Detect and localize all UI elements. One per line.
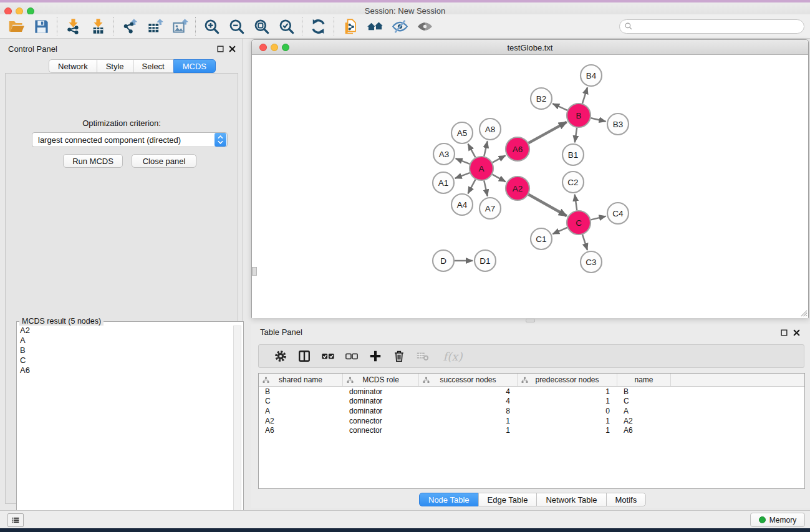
- graph-node-A4[interactable]: A4: [451, 194, 473, 215]
- splitter-grip[interactable]: [526, 319, 535, 322]
- graph-node-B3[interactable]: B3: [607, 114, 629, 135]
- zoom-in-button[interactable]: [199, 16, 224, 37]
- graph-edge-C-C2[interactable]: [575, 195, 577, 210]
- float-panel-icon[interactable]: [216, 45, 224, 53]
- optimization-criterion-select[interactable]: largest connected component (directed): [32, 132, 228, 147]
- graph-node-D[interactable]: D: [433, 250, 454, 271]
- select-all-columns-button[interactable]: [316, 346, 340, 366]
- graph-edge-B-B1[interactable]: [575, 128, 577, 142]
- table-row[interactable]: Adominator80A: [259, 406, 804, 416]
- unselect-all-columns-button[interactable]: [340, 346, 364, 366]
- graph-node-B2[interactable]: B2: [531, 88, 552, 109]
- create-column-button[interactable]: [364, 346, 387, 366]
- window-resize-grip[interactable]: [799, 309, 808, 317]
- graph-edge-C-C4[interactable]: [591, 216, 605, 220]
- show-all-button[interactable]: [412, 16, 437, 37]
- import-table-button[interactable]: [85, 16, 110, 37]
- graph-node-A2[interactable]: A2: [506, 177, 529, 200]
- save-session-button[interactable]: [29, 16, 54, 37]
- table-row[interactable]: A6connector11A6: [259, 425, 804, 435]
- tab-select[interactable]: Select: [133, 59, 174, 73]
- mcds-result-item[interactable]: C: [17, 355, 233, 365]
- graph-edge-A-A7[interactable]: [484, 181, 487, 196]
- graph-edge-B-B2[interactable]: [552, 104, 567, 110]
- graph-edge-A-A8[interactable]: [484, 142, 487, 157]
- graph-edge-A-A5[interactable]: [468, 144, 476, 158]
- table-row[interactable]: A2connector11A2: [259, 416, 804, 426]
- graph-edge-A-A3[interactable]: [456, 158, 470, 164]
- graph-edge-B-B3[interactable]: [591, 118, 606, 121]
- export-network-button[interactable]: [117, 16, 142, 37]
- graph-edge-B-B4[interactable]: [582, 87, 587, 104]
- zoom-selected-button[interactable]: [274, 16, 299, 37]
- mcds-result-item[interactable]: A2: [17, 326, 233, 336]
- table-settings-button[interactable]: [269, 346, 292, 366]
- graph-node-B[interactable]: B: [567, 104, 591, 127]
- tab-motifs[interactable]: Motifs: [606, 493, 647, 506]
- tab-style[interactable]: Style: [97, 59, 133, 73]
- graph-edge-A6-B[interactable]: [529, 122, 567, 143]
- graph-node-A6[interactable]: A6: [506, 137, 529, 161]
- close-table-panel-icon[interactable]: [793, 329, 801, 337]
- birdseye-toggle-handle[interactable]: [252, 267, 257, 276]
- search-input[interactable]: [619, 19, 804, 34]
- graph-node-A3[interactable]: A3: [433, 143, 455, 165]
- tab-node-table[interactable]: Node Table: [419, 493, 479, 506]
- graph-node-A[interactable]: A: [470, 157, 493, 180]
- zoom-fit-button[interactable]: [249, 16, 274, 37]
- close-panel-icon[interactable]: [228, 45, 236, 53]
- first-neighbors-button[interactable]: [362, 16, 387, 37]
- graph-edge-C-C1[interactable]: [552, 228, 567, 234]
- graph-node-D1[interactable]: D1: [475, 250, 496, 271]
- zoom-out-button[interactable]: [224, 16, 249, 37]
- delete-columns-button[interactable]: [387, 346, 411, 366]
- mcds-result-item[interactable]: A: [17, 336, 233, 346]
- table-row[interactable]: Bdominator41B: [259, 387, 804, 397]
- duplicate-network-button[interactable]: [337, 16, 362, 37]
- graph-node-C3[interactable]: C3: [581, 251, 602, 273]
- column-header-mcds-role[interactable]: MCDS role: [343, 374, 419, 386]
- graph-node-C2[interactable]: C2: [562, 172, 584, 193]
- show-log-button[interactable]: [7, 513, 24, 527]
- search-field[interactable]: [619, 19, 804, 34]
- graph-node-A5[interactable]: A5: [451, 122, 473, 143]
- graph-edge-A-A2[interactable]: [493, 175, 506, 182]
- tab-network-table[interactable]: Network Table: [536, 493, 606, 506]
- graph-edge-A-A6[interactable]: [493, 155, 506, 162]
- run-mcds-button[interactable]: Run MCDS: [63, 154, 123, 168]
- network-canvas[interactable]: AA1A2A3A4A5A6A7A8BB1B2B3B4CC1C2C3C4DD1: [252, 55, 808, 318]
- graph-node-C[interactable]: C: [567, 211, 591, 235]
- column-header-shared-name[interactable]: shared name: [259, 374, 343, 386]
- mcds-result-item[interactable]: B: [17, 346, 233, 355]
- tab-mcds[interactable]: MCDS: [173, 59, 216, 73]
- graph-edge-A-A1[interactable]: [455, 173, 470, 178]
- network-window-titlebar[interactable]: testGlobe.txt: [252, 40, 808, 55]
- graph-node-A7[interactable]: A7: [480, 198, 501, 219]
- import-network-button[interactable]: [60, 16, 85, 37]
- tab-network[interactable]: Network: [49, 59, 97, 73]
- float-table-panel-icon[interactable]: [780, 329, 788, 337]
- graph-node-B1[interactable]: B1: [562, 144, 584, 165]
- close-panel-button[interactable]: Close panel: [132, 154, 196, 168]
- mcds-result-scrollbar[interactable]: [233, 326, 241, 531]
- open-session-button[interactable]: [4, 16, 29, 37]
- export-image-button[interactable]: [167, 16, 192, 37]
- graph-node-B4[interactable]: B4: [581, 65, 602, 86]
- apply-layout-button[interactable]: [306, 16, 330, 37]
- memory-button[interactable]: Memory: [750, 513, 805, 527]
- hide-selected-button[interactable]: [387, 16, 412, 37]
- graph-edge-A2-C[interactable]: [528, 195, 566, 216]
- graph-edge-C-C3[interactable]: [582, 235, 587, 250]
- graph-node-C1[interactable]: C1: [531, 228, 552, 249]
- graph-node-C4[interactable]: C4: [607, 203, 629, 224]
- tab-edge-table[interactable]: Edge Table: [478, 493, 538, 506]
- mcds-result-item[interactable]: A6: [17, 365, 233, 375]
- graph-node-A1[interactable]: A1: [433, 172, 454, 193]
- graph-edge-A-A4[interactable]: [468, 180, 475, 194]
- column-header-successor-nodes[interactable]: successor nodes: [419, 374, 518, 386]
- show-columns-button[interactable]: [292, 346, 316, 366]
- column-header-predecessor-nodes[interactable]: predecessor nodes: [518, 374, 617, 386]
- table-row[interactable]: Cdominator41C: [259, 397, 804, 407]
- graph-node-A8[interactable]: A8: [480, 118, 501, 140]
- export-table-button[interactable]: [142, 16, 167, 37]
